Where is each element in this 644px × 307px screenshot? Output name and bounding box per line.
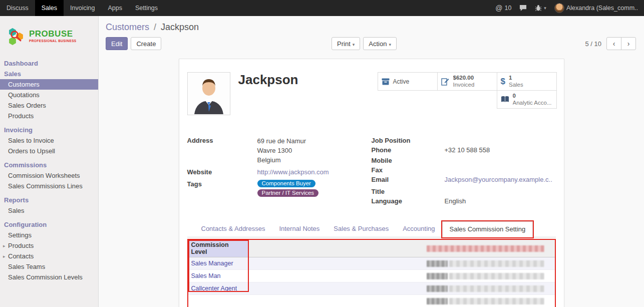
sidebar-item-commission-worksheets[interactable]: Commission Worksheets	[0, 170, 98, 181]
breadcrumb: Customers / Jackpson	[99, 16, 644, 33]
sidebar-item-config-contacts[interactable]: ▸ Contacts	[0, 251, 98, 261]
field-grid: Address 69 rue de Namur Wavre 1300 Belgi…	[187, 136, 556, 206]
analytic-accounts-stat-button[interactable]: 0 Analytic Acco...	[497, 90, 557, 109]
print-label: Print	[337, 40, 351, 48]
commission-table-annotation-box: Commission Level Sales Manager	[187, 239, 556, 307]
logo-tagline: PROFESSIONAL BUSINESS	[29, 39, 77, 43]
chat-bubble-icon	[519, 5, 527, 12]
sales-count-label: Sales	[509, 82, 523, 89]
active-toggle-button[interactable]: Active	[378, 72, 438, 91]
nav-settings[interactable]: Settings	[129, 0, 164, 16]
job-position-label: Job Position	[372, 136, 445, 145]
tab-sales-commission-setting[interactable]: Sales Commission Setting	[442, 221, 533, 237]
mobile-label: Mobile	[372, 156, 445, 165]
tab-contacts-addresses[interactable]: Contacts & Addresses	[194, 221, 272, 237]
sidebar-item-sales-to-invoice[interactable]: Sales to Invoice	[0, 135, 98, 146]
pager-previous-button[interactable]: ‹	[606, 37, 621, 50]
sidebar-item-customers[interactable]: Customers	[0, 79, 98, 90]
sidebar-item-sales-commission-levels[interactable]: Sales Commission Levels	[0, 272, 98, 282]
sidebar-item-sales-commissions-lines[interactable]: Sales Commissions Lines	[0, 181, 98, 191]
mentions-indicator[interactable]: @ 10	[495, 4, 511, 12]
sidebar-item-sales-orders[interactable]: Sales Orders	[0, 100, 98, 111]
sidebar-header-configuration[interactable]: Configuration	[0, 219, 98, 230]
table-row-empty[interactable]	[188, 295, 555, 307]
tag-components-buyer[interactable]: Components Buyer	[257, 180, 315, 187]
sidebar-menu: Dashboard Sales Customers Quotations Sal…	[0, 58, 98, 282]
sidebar-item-sales-report[interactable]: Sales	[0, 205, 98, 216]
sidebar-item-quotations[interactable]: Quotations	[0, 90, 98, 100]
debug-menu[interactable]: ▾	[535, 5, 546, 12]
table-row-sales-man[interactable]: Sales Man	[188, 270, 555, 282]
dollar-icon: $	[501, 77, 505, 87]
nav-invoicing[interactable]: Invoicing	[64, 0, 101, 16]
tab-sales-purchases[interactable]: Sales & Purchases	[327, 221, 396, 237]
column-header-commission-level[interactable]: Commission Level	[188, 240, 248, 257]
address-value[interactable]: 69 rue de Namur Wavre 1300 Belgium	[257, 136, 306, 165]
sidebar-header-invoicing[interactable]: Invoicing	[0, 125, 98, 135]
email-link[interactable]: Jackpson@yourcompany.example.c..	[445, 175, 552, 184]
sidebar-item-label: Contacts	[8, 252, 34, 260]
nav-discuss[interactable]: Discuss	[0, 0, 35, 16]
print-dropdown[interactable]: Print▾	[332, 37, 360, 50]
analytic-value: 0	[513, 93, 552, 100]
tag-partner-it-services[interactable]: Partner / IT Services	[257, 189, 319, 197]
column-header-middle	[248, 240, 424, 257]
phone-value[interactable]: +32 10 588 558	[445, 146, 490, 154]
user-menu[interactable]: Alexandra (Sales_comm..	[554, 3, 638, 13]
sidebar-item-config-products[interactable]: ▸ Products	[0, 240, 98, 251]
expand-arrow-icon[interactable]: ▸	[3, 253, 6, 260]
mention-count: 10	[504, 5, 511, 12]
expand-arrow-icon[interactable]: ▸	[3, 242, 6, 250]
table-row-sales-manager[interactable]: Sales Manager	[188, 257, 555, 270]
top-menu: Discuss Sales Invoicing Apps Settings	[0, 0, 164, 16]
invoiced-stat-button[interactable]: $620.00 Invoiced	[437, 72, 497, 91]
tags-field[interactable]: Components Buyer Partner / IT Services	[257, 180, 319, 197]
tab-accounting[interactable]: Accounting	[396, 221, 442, 237]
bug-icon	[535, 5, 542, 12]
app-logo[interactable]: PROBUSE PROFESSIONAL BUSINESS	[0, 16, 98, 58]
customer-photo[interactable]	[187, 72, 230, 115]
sidebar-header-commissions[interactable]: Commissions	[0, 160, 98, 170]
edit-button[interactable]: Edit	[106, 37, 128, 50]
redacted-cell	[449, 285, 544, 292]
sidebar-item-products[interactable]: Products	[0, 111, 98, 121]
main-content: Customers / Jackpson Edit Create Print▾ …	[99, 16, 644, 307]
redacted-cell	[427, 298, 448, 304]
website-link[interactable]: http://www.jackpson.com	[257, 168, 329, 176]
sales-count-value: 1	[509, 75, 523, 82]
sidebar-header-reports[interactable]: Reports	[0, 195, 98, 205]
table-header-row: Commission Level	[188, 240, 555, 257]
sales-stat-button[interactable]: $ 1 Sales	[497, 72, 557, 91]
language-value[interactable]: English	[445, 197, 466, 205]
redacted-cell	[449, 273, 544, 279]
notebook-tabs: Contacts & Addresses Internal Notes Sale…	[187, 221, 556, 237]
pager-next-button[interactable]: ›	[621, 37, 636, 50]
sidebar-item-settings[interactable]: Settings	[0, 230, 98, 240]
messages-icon[interactable]	[519, 5, 527, 12]
sidebar-item-label: Products	[8, 242, 34, 249]
redacted-cell	[427, 285, 448, 292]
sidebar-item-orders-to-upsell[interactable]: Orders to Upsell	[0, 146, 98, 156]
phone-label: Phone	[372, 146, 445, 154]
fax-label: Fax	[372, 166, 445, 174]
sidebar-item-sales-teams[interactable]: Sales Teams	[0, 261, 98, 272]
invoiced-value: $620.00	[453, 75, 475, 82]
tab-internal-notes[interactable]: Internal Notes	[272, 221, 327, 237]
sidebar-header-sales[interactable]: Sales	[0, 69, 98, 79]
website-label: Website	[187, 168, 257, 176]
create-button[interactable]: Create	[131, 37, 161, 50]
breadcrumb-customers[interactable]: Customers	[106, 22, 149, 32]
redacted-cell	[427, 273, 448, 279]
table-row-callcenter-agent[interactable]: Callcenter Agent	[188, 282, 555, 295]
breadcrumb-current: Jackpson	[161, 22, 199, 32]
user-name: Alexandra (Sales_comm..	[566, 5, 638, 12]
breadcrumb-separator: /	[154, 22, 156, 32]
analytic-label: Analytic Acco...	[513, 100, 552, 107]
active-toggle-icon	[382, 78, 390, 85]
action-dropdown[interactable]: Action▾	[363, 37, 397, 50]
nav-sales[interactable]: Sales	[35, 0, 64, 16]
action-label: Action	[369, 40, 387, 48]
control-bar: Edit Create Print▾ Action▾ 5 / 10 ‹ ›	[99, 33, 644, 51]
sidebar-header-dashboard[interactable]: Dashboard	[0, 58, 98, 69]
nav-apps[interactable]: Apps	[101, 0, 129, 16]
